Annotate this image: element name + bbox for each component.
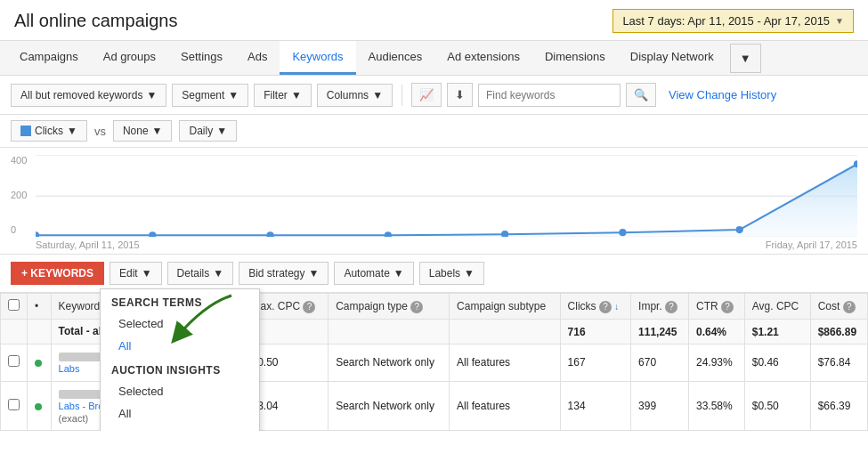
keyword-search-input[interactable] — [478, 84, 621, 107]
row1-checkbox[interactable] — [8, 355, 20, 367]
row2-campaign-subtype-cell: All features — [450, 381, 561, 430]
avg-cpc-header[interactable]: Avg. CPC — [744, 294, 810, 320]
total-cost-cell: $866.89 — [810, 320, 867, 345]
total-clicks-cell: 716 — [560, 320, 630, 345]
tab-ads[interactable]: Ads — [235, 41, 280, 75]
compare-toolbar: Clicks ▼ vs None ▼ Daily ▼ — [0, 115, 868, 148]
clicks-sort-icon: ↓ — [614, 302, 619, 312]
bid-strategy-button[interactable]: Bid strategy ▼ — [239, 262, 329, 285]
auction-selected[interactable]: Selected — [101, 380, 259, 402]
search-icon-button[interactable]: 🔍 — [626, 83, 656, 107]
row1-campaign-link[interactable]: Labs — [59, 363, 80, 374]
row1-impr-cell: 670 — [631, 345, 689, 382]
chart-icon-button[interactable]: 📈 — [411, 83, 442, 107]
svg-point-7 — [385, 231, 392, 237]
details-dropdown-menu: SEARCH TERMS Selected All AUCTION INSIGH… — [100, 288, 260, 431]
total-campaign-subtype-cell — [450, 320, 561, 345]
blue-metric-icon — [20, 126, 31, 136]
row1-checkbox-cell[interactable] — [1, 345, 28, 382]
cost-help-icon[interactable]: ? — [843, 301, 856, 313]
vs-label: vs — [94, 125, 106, 138]
columns-label: Columns — [327, 89, 369, 101]
row1-dot-cell — [28, 345, 52, 382]
details-button[interactable]: Details ▼ — [167, 262, 234, 285]
nav-tabs: Campaigns Ad groups Settings Ads Keyword… — [0, 40, 868, 76]
ctr-header[interactable]: CTR ? — [689, 294, 745, 320]
row2-status-dot — [35, 403, 42, 410]
row2-clicks-cell: 134 — [560, 381, 630, 430]
tab-dimensions[interactable]: Dimensions — [532, 41, 618, 75]
period-label: Daily — [189, 125, 213, 137]
total-avg-cpc-cell: $1.21 — [744, 320, 810, 345]
view-change-history-link[interactable]: View Change History — [669, 88, 776, 101]
tab-settings[interactable]: Settings — [168, 41, 235, 75]
segment-label: Segment — [182, 89, 224, 101]
date-range-button[interactable]: Last 7 days: Apr 11, 2015 - Apr 17, 2015… — [612, 9, 854, 33]
search-terms-header: SEARCH TERMS — [101, 289, 259, 312]
clicks-help-icon[interactable]: ? — [599, 301, 612, 313]
metric-selector-button[interactable]: Clicks ▼ — [11, 120, 87, 142]
row1-campaign-type-cell: Search Network only — [329, 345, 450, 382]
filter-keywords-button[interactable]: All but removed keywords ▼ — [11, 84, 166, 107]
filter-button[interactable]: Filter ▼ — [254, 84, 312, 107]
select-all-header[interactable] — [1, 294, 28, 320]
toolbar-separator — [402, 85, 402, 106]
row2-checkbox-cell[interactable] — [1, 381, 28, 430]
keyword-diagnosis[interactable]: Keyword diagnosis — [101, 425, 259, 431]
segment-button[interactable]: Segment ▼ — [172, 84, 248, 107]
row2-ctr-cell: 33.58% — [689, 381, 745, 430]
row1-ctr-cell: 24.93% — [689, 345, 745, 382]
tab-campaigns[interactable]: Campaigns — [7, 41, 91, 75]
total-ctr-cell: 0.64% — [689, 320, 745, 345]
row1-clicks-cell: 167 — [560, 345, 630, 382]
impr-header[interactable]: Impr. ? — [631, 294, 689, 320]
auction-all[interactable]: All — [101, 402, 259, 425]
row1-status-dot — [35, 360, 42, 367]
edit-label: Edit — [119, 267, 138, 280]
compare-metric-button[interactable]: None ▼ — [113, 120, 173, 142]
filter-label: All but removed keywords — [20, 89, 142, 101]
columns-arrow-icon: ▼ — [372, 89, 383, 101]
labels-label: Labels — [429, 267, 460, 280]
automate-button[interactable]: Automate ▼ — [334, 262, 413, 285]
cost-header[interactable]: Cost ? — [810, 294, 867, 320]
tab-display-network[interactable]: Display Network — [618, 41, 726, 75]
total-impr-cell: 111,245 — [631, 320, 689, 345]
clicks-header[interactable]: Clicks ? ↓ — [560, 294, 630, 320]
campaign-type-header[interactable]: Campaign type ? — [329, 294, 450, 320]
y-label-400: 400 — [11, 155, 27, 166]
chart-svg — [36, 155, 857, 237]
columns-button[interactable]: Columns ▼ — [317, 84, 393, 107]
page-title: All online campaigns — [14, 11, 177, 31]
period-arrow-icon: ▼ — [216, 125, 227, 137]
bid-strategy-arrow-icon: ▼ — [309, 267, 320, 280]
date-range-label: Last 7 days: Apr 11, 2015 - Apr 17, 2015 — [622, 14, 830, 28]
download-icon-button[interactable]: ⬇ — [447, 83, 473, 107]
add-keywords-label: + KEYWORDS — [21, 267, 93, 280]
tab-keywords[interactable]: Keywords — [280, 41, 355, 75]
row1-campaign-type: Search Network only — [336, 356, 434, 369]
search-terms-selected[interactable]: Selected — [101, 312, 259, 335]
search-terms-all[interactable]: All — [101, 335, 259, 357]
impr-help-icon[interactable]: ? — [665, 301, 677, 313]
row1-avg-cpc-cell: $0.46 — [744, 345, 810, 382]
edit-button[interactable]: Edit ▼ — [110, 262, 162, 285]
nav-more-button[interactable]: ▼ — [730, 44, 761, 73]
tab-audiences[interactable]: Audiences — [356, 41, 435, 75]
row2-checkbox[interactable] — [8, 399, 20, 410]
max-cpc-help-icon[interactable]: ? — [303, 301, 315, 313]
ctr-help-icon[interactable]: ? — [721, 301, 734, 313]
tab-ad-groups[interactable]: Ad groups — [91, 41, 168, 75]
date-range-arrow-icon: ▼ — [835, 16, 844, 26]
x-label-start: Saturday, April 11, 2015 — [36, 239, 140, 250]
campaign-subtype-header[interactable]: Campaign subtype — [450, 294, 561, 320]
tab-ad-extensions[interactable]: Ad extensions — [434, 41, 532, 75]
select-all-checkbox[interactable] — [8, 299, 20, 311]
add-keywords-button[interactable]: + KEYWORDS — [11, 262, 104, 285]
campaign-type-help-icon[interactable]: ? — [410, 301, 423, 313]
automate-label: Automate — [344, 267, 389, 280]
metric-arrow-icon: ▼ — [67, 125, 77, 137]
row2-campaign-type-cell: Search Network only — [329, 381, 450, 430]
labels-button[interactable]: Labels ▼ — [419, 262, 484, 285]
period-button[interactable]: Daily ▼ — [179, 120, 237, 142]
